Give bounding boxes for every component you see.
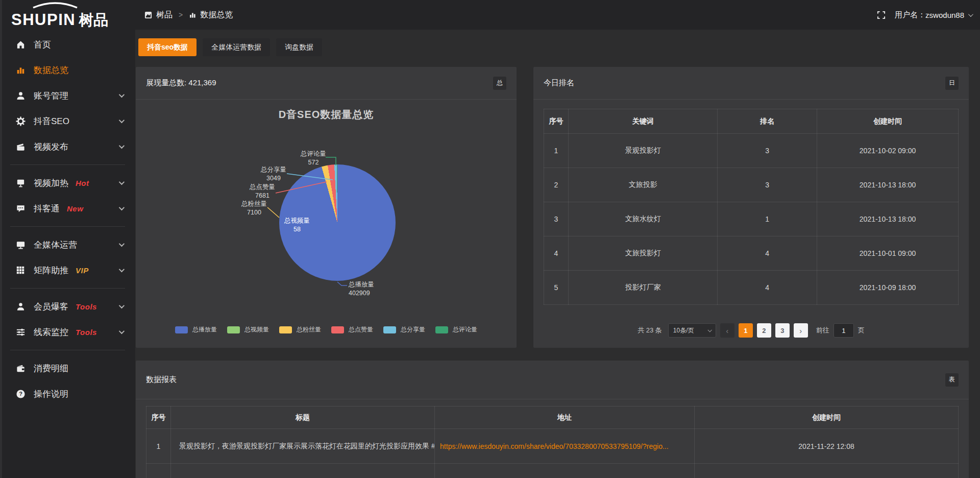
sidebar-item-consumption[interactable]: 消费明细: [0, 355, 135, 381]
breadcrumb-current[interactable]: 数据总览: [200, 10, 233, 20]
pagination: 共 23 条 10条/页 ‹ 1 2 3 › 前往 页: [533, 323, 969, 338]
grid-icon: [15, 265, 26, 275]
total-toggle-button[interactable]: 总: [493, 77, 506, 90]
chart-legend: 总播放量 总视频量 总粉丝量 总点赞量 总分享量 总评论量: [136, 325, 517, 334]
goto-label: 前往: [816, 326, 829, 335]
sidebar-item-label: 抖客通: [34, 203, 60, 214]
user-menu[interactable]: 用户名： zswodun88: [895, 10, 972, 20]
sidebar-item-account[interactable]: 账号管理: [0, 83, 135, 108]
chevron-down-icon: [119, 328, 125, 334]
menu-divider: [10, 164, 125, 165]
rank-cell: 文旅投影: [569, 168, 718, 202]
user-icon: [15, 90, 26, 101]
legend-swatch: [227, 326, 240, 333]
goto-page-input[interactable]: [834, 323, 854, 338]
page-button-3[interactable]: 3: [775, 323, 790, 338]
rank-cell: 4: [718, 236, 817, 271]
legend-item-plays[interactable]: 总播放量: [175, 325, 217, 334]
table-row: 4 文旅投影灯 4 2021-10-01 09:00: [544, 236, 959, 271]
user-label: 用户名：: [895, 10, 925, 20]
rank-cell: 1: [718, 202, 817, 236]
pie-label-likes: 总点赞量7681: [246, 183, 279, 200]
chevron-down-icon: [119, 205, 125, 210]
page-size-select[interactable]: 10条/页: [668, 323, 716, 338]
report-link[interactable]: https://www.iesdouyin.com/share/video/70…: [440, 442, 669, 450]
page-button-1[interactable]: 1: [739, 323, 753, 338]
menu-divider: [10, 350, 125, 350]
breadcrumb-root[interactable]: 树品: [156, 10, 173, 20]
table-row: [146, 464, 959, 478]
page-button-2[interactable]: 2: [757, 323, 771, 338]
bar-chart-icon: [15, 65, 26, 75]
rank-cell: 文旅投影灯: [569, 236, 718, 271]
sidebar-item-label: 矩阵助推: [34, 265, 68, 276]
pie-label-lines: [136, 100, 517, 347]
main-content: 抖音seo数据 全媒体运营数据 询盘数据 展现量总数: 421,369 总 D音…: [135, 30, 980, 478]
day-toggle-button[interactable]: 日: [945, 77, 959, 90]
report-table: 序号 标题 地址 创建时间 1 景观投影灯，夜游景观投影灯厂家展示展示落花灯在花…: [146, 406, 959, 478]
new-badge: New: [67, 204, 83, 213]
column-header-index: 序号: [146, 407, 171, 429]
rank-cell: 3: [544, 202, 569, 236]
sidebar-item-home[interactable]: 首页: [0, 32, 135, 57]
table-row: 1 景观投影灯 3 2021-10-02 09:00: [544, 134, 959, 168]
rank-cell: 景观投影灯: [569, 134, 718, 168]
table-toggle-button[interactable]: 表: [945, 373, 959, 387]
sidebar-item-douketong[interactable]: 抖客通 New: [0, 196, 135, 221]
sidebar-item-instructions[interactable]: ? 操作说明: [0, 381, 135, 407]
sidebar-item-data-overview[interactable]: 数据总览: [0, 57, 135, 83]
logo-arc: [32, 1, 79, 11]
sidebar-item-member-burst[interactable]: 会员爆客 Tools: [0, 294, 135, 319]
app-logo: SHUPIN 树品: [11, 4, 108, 28]
table-row: 1 景观投影灯，夜游景观投影灯厂家展示展示落花灯在花园里的灯光投影应用效果 # …: [146, 429, 959, 464]
sidebar-item-matrix-boost[interactable]: 矩阵助推 VIP: [0, 257, 135, 283]
legend-item-fans[interactable]: 总粉丝量: [279, 325, 321, 334]
sidebar-item-label: 抖音SEO: [34, 115, 69, 127]
column-header-created: 创建时间: [695, 407, 959, 429]
sidebar-item-douyin-seo[interactable]: 抖音SEO: [0, 108, 135, 134]
rank-cell: 投影灯厂家: [569, 271, 718, 305]
board-icon: [15, 178, 26, 188]
tab-omnimedia-data[interactable]: 全媒体运营数据: [203, 38, 270, 56]
report-url-cell: https://www.iesdouyin.com/share/video/70…: [435, 429, 695, 464]
table-header-row: 序号 标题 地址 创建时间: [146, 407, 959, 429]
goto-unit: 页: [858, 326, 865, 335]
sidebar-item-label: 操作说明: [34, 388, 68, 400]
ranking-panel-title: 今日排名: [544, 78, 574, 88]
bar-chart-icon: [189, 11, 196, 18]
sidebar: SHUPIN 树品 首页 数据总览 账号管理 抖音SEO 视频发布: [0, 0, 135, 478]
fullscreen-icon[interactable]: [877, 11, 886, 19]
chart-panel-header: 展现量总数: 421,369 总: [136, 67, 517, 100]
prev-page-button[interactable]: ‹: [720, 323, 734, 338]
report-cell: 1: [146, 429, 171, 464]
member-icon: [15, 301, 26, 312]
sidebar-item-label: 首页: [34, 39, 51, 51]
legend-item-comments[interactable]: 总评论量: [435, 325, 477, 334]
sidebar-item-omnimedia[interactable]: 全媒体运营: [0, 232, 135, 257]
report-panel: 数据报表 表 序号 标题 地址 创建时间 1 景观投影灯，夜游景观投影灯厂家展示…: [136, 361, 969, 478]
column-header-keyword: 关键词: [569, 109, 718, 134]
table-row: 2 文旅投影 3 2021-10-13 18:00: [544, 168, 959, 202]
hot-badge: Hot: [76, 179, 89, 187]
gear-icon: [15, 116, 26, 126]
chevron-down-icon: [119, 179, 125, 185]
tab-inquiry-data[interactable]: 询盘数据: [276, 38, 322, 56]
legend-item-shares[interactable]: 总分享量: [383, 325, 425, 334]
pie-label-videos: 总视频量58: [281, 217, 313, 234]
legend-swatch: [435, 326, 448, 333]
home-icon: [15, 39, 26, 50]
tab-douyin-seo-data[interactable]: 抖音seo数据: [138, 38, 197, 56]
sidebar-item-label: 线索监控: [34, 326, 68, 338]
next-page-button[interactable]: ›: [794, 323, 808, 338]
sidebar-item-video-publish[interactable]: 视频发布: [0, 134, 135, 159]
rank-cell: 2021-10-02 09:00: [817, 134, 959, 168]
chart-panel: 展现量总数: 421,369 总 D音SEO数据量总览 总评论量572 总分享量…: [136, 67, 517, 348]
legend-item-likes[interactable]: 总点赞量: [331, 325, 373, 334]
topbar-right: 用户名： zswodun88: [877, 10, 972, 20]
sidebar-item-lead-monitor[interactable]: 线索监控 Tools: [0, 319, 135, 345]
sidebar-item-video-heat[interactable]: 视频加热 Hot: [0, 170, 135, 196]
pagination-total: 共 23 条: [638, 326, 662, 335]
question-icon: ?: [15, 389, 26, 399]
sliders-icon: [15, 327, 26, 337]
legend-item-videos[interactable]: 总视频量: [227, 325, 269, 334]
